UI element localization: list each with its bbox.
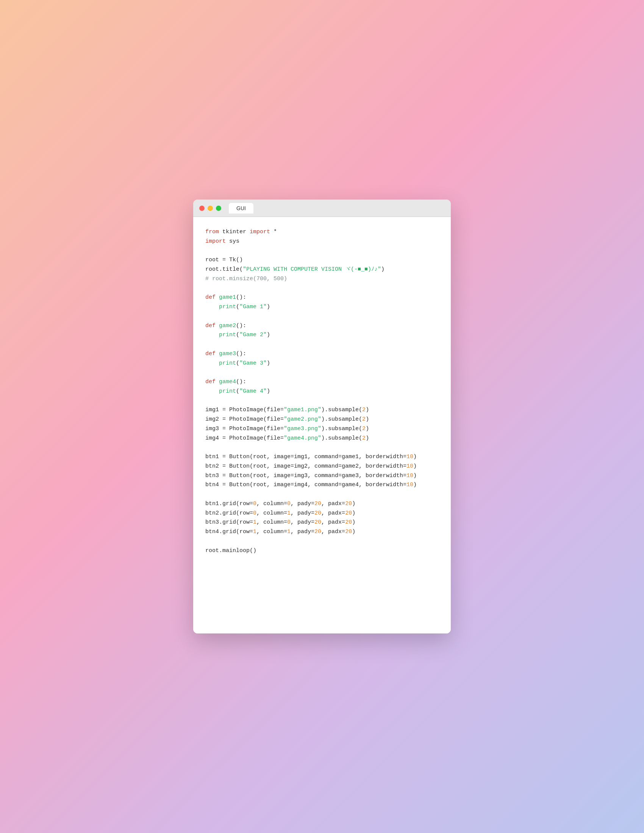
code-line: root.mainloop() [205,547,439,556]
code-line: from tkinter import * [205,228,439,237]
code-line: btn1.grid(row=0, column=0, pady=20, padx… [205,499,439,509]
close-button[interactable] [199,206,204,211]
code-line: img1 = PhotoImage(file="game1.png").subs… [205,405,439,415]
code-line: def game2(): [205,322,439,331]
code-line: def game1(): [205,293,439,302]
maximize-button[interactable] [216,206,221,211]
code-line: img2 = PhotoImage(file="game2.png").subs… [205,415,439,425]
code-line: print("Game 3") [205,359,439,368]
code-line: def game3(): [205,349,439,359]
titlebar: GUI [193,199,451,217]
gui-tab[interactable]: GUI [229,203,253,214]
code-line: print("Game 4") [205,387,439,396]
code-line: btn4.grid(row=1, column=1, pady=20, padx… [205,527,439,537]
traffic-lights [199,206,221,211]
code-line: btn2.grid(row=0, column=1, pady=20, padx… [205,509,439,518]
code-line: btn3.grid(row=1, column=0, pady=20, padx… [205,518,439,527]
code-line: print("Game 1") [205,302,439,312]
code-line: root.title("PLAYING WITH COMPUTER VISION… [205,265,439,275]
code-line: btn2 = Button(root, image=img2, command=… [205,462,439,471]
code-line: root = Tk() [205,256,439,265]
code-editor[interactable]: from tkinter import * import sys root = … [193,217,451,634]
code-line: btn4 = Button(root, image=img4, command=… [205,481,439,490]
minimize-button[interactable] [208,206,213,211]
code-line: import sys [205,237,439,246]
code-line: def game4(): [205,378,439,387]
code-line: img4 = PhotoImage(file="game4.png").subs… [205,434,439,443]
code-line: print("Game 2") [205,331,439,340]
code-line: btn3 = Button(root, image=img3, command=… [205,471,439,481]
editor-window: GUI from tkinter import * import sys roo… [193,199,451,634]
code-line: # root.minsize(700, 500) [205,275,439,284]
code-line: btn1 = Button(root, image=img1, command=… [205,452,439,462]
code-line: img3 = PhotoImage(file="game3.png").subs… [205,425,439,434]
